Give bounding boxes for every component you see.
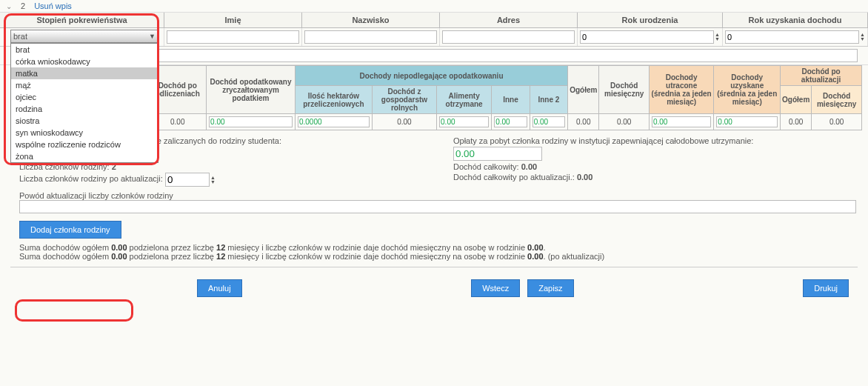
members-after-input[interactable]: [165, 173, 210, 187]
v15[interactable]: [716, 116, 778, 127]
total-label: Dochód całkowity:: [453, 162, 519, 171]
col-alimony-recv: Alimenty otrzymane: [437, 86, 492, 114]
col-monthly: Dochód miesięczny: [599, 66, 650, 114]
v13: 0.00: [599, 114, 650, 130]
relation-option[interactable]: siostra: [11, 115, 158, 127]
reason-input[interactable]: [19, 200, 856, 213]
col-name: Imię: [164, 13, 302, 27]
v12: 0.00: [568, 114, 599, 130]
total-val: 0.00: [521, 162, 537, 171]
relation-option[interactable]: rodzina: [11, 103, 158, 115]
fees-label: Opłaty za pobyt członka rodziny w instyt…: [453, 136, 858, 145]
name-input[interactable]: [167, 30, 299, 44]
delete-entry-link[interactable]: Usuń wpis: [34, 1, 72, 10]
back-button[interactable]: Wstecz: [471, 279, 520, 297]
col-other2: Inne 2: [530, 86, 567, 114]
chevron-down-icon: ▼: [149, 33, 156, 40]
members-after-label: Liczba członków rodziny po aktualizacji:: [19, 174, 163, 183]
col-surname: Nazwisko: [302, 13, 440, 27]
col-total-after: Ogółem: [781, 86, 812, 114]
relation-option[interactable]: wspólne rozliczenie rodziców: [11, 139, 158, 150]
col-monthly-after: Dochód miesięczny: [812, 86, 862, 114]
relation-option[interactable]: żona: [11, 150, 158, 162]
col-relation: Stopień pokrewieństwa: [0, 13, 164, 27]
reason-label: Powód aktualizacji liczby członków rodzi…: [19, 191, 849, 200]
group-blue: Dochody niepodlegające opodatkowaniu: [295, 66, 567, 86]
col-income-year: Rok uzyskania dochodu: [723, 13, 868, 27]
col-other: Inne: [492, 86, 530, 114]
v7[interactable]: [298, 116, 370, 127]
income-year-input[interactable]: [725, 30, 859, 44]
v14[interactable]: [652, 116, 711, 127]
relation-option[interactable]: córka wnioskodawcy: [11, 56, 158, 67]
row-number: 2: [21, 1, 25, 10]
col-hectares: Ilość hektarów przeliczeniowych: [295, 86, 372, 114]
cancel-button[interactable]: Anuluj: [197, 279, 242, 297]
print-button[interactable]: Drukuj: [803, 279, 849, 297]
col-address: Adres: [440, 13, 578, 27]
v11[interactable]: [533, 116, 565, 127]
v6[interactable]: [209, 116, 293, 127]
relation-option[interactable]: mąż: [11, 79, 158, 91]
relation-selected: brat: [13, 32, 27, 41]
income-year-spinner[interactable]: ▲▼: [860, 33, 865, 41]
birth-year-input[interactable]: [580, 30, 714, 44]
col-total: Ogółem: [568, 66, 599, 114]
relation-dropdown[interactable]: brat ▼ bratcórka wnioskodawcymatkamążojc…: [10, 30, 158, 163]
total-after-label: Dochód całkowity po aktualizacji.:: [453, 173, 575, 182]
total-after-val: 0.00: [577, 173, 592, 182]
v17: 0.00: [812, 114, 862, 130]
relation-option[interactable]: syn wnioskodawcy: [11, 127, 158, 139]
summary-line-1: Suma dochodów ogółem 0.00 podzielona prz…: [19, 243, 849, 252]
fees-input[interactable]: [453, 147, 542, 161]
members-label: Liczba członków rodziny:: [19, 162, 110, 171]
add-member-button[interactable]: Dodaj członka rodziny: [19, 221, 121, 239]
members-after-spinner[interactable]: ▲▼: [210, 176, 216, 184]
v8: 0.00: [372, 114, 436, 130]
col-flat-tax-income: Dochód opodatkowany zryczałtowanym podat…: [207, 66, 296, 114]
relation-option[interactable]: ojciec: [11, 91, 158, 103]
surname-input[interactable]: [304, 30, 437, 44]
summary-line-2: Suma dochodów ogółem 0.00 podzielona prz…: [19, 252, 849, 261]
col-lost: Dochody utracone (średnia za jeden miesi…: [649, 66, 713, 114]
v16: 0.00: [781, 114, 812, 130]
save-button[interactable]: Zapisz: [527, 279, 573, 297]
group-peach: Dochód po aktualizacji: [781, 66, 862, 86]
col-birth-year: Rok urodzenia: [578, 13, 723, 27]
col-gained: Dochody uzyskane (średnia za jeden miesi…: [714, 66, 781, 114]
relation-option[interactable]: brat: [11, 44, 158, 56]
members-val: 2: [112, 162, 116, 171]
col-farm-income: Dochód z gospodarstw rolnych: [372, 86, 436, 114]
relation-option[interactable]: matka: [11, 67, 158, 79]
address-input[interactable]: [442, 30, 575, 44]
v9[interactable]: [439, 116, 489, 127]
birth-year-spinner[interactable]: ▲▼: [715, 33, 720, 41]
relation-option-list[interactable]: bratcórka wnioskodawcymatkamążojciecrodz…: [10, 43, 158, 163]
expand-icon[interactable]: ⌄: [6, 2, 12, 10]
v10[interactable]: [494, 116, 527, 127]
